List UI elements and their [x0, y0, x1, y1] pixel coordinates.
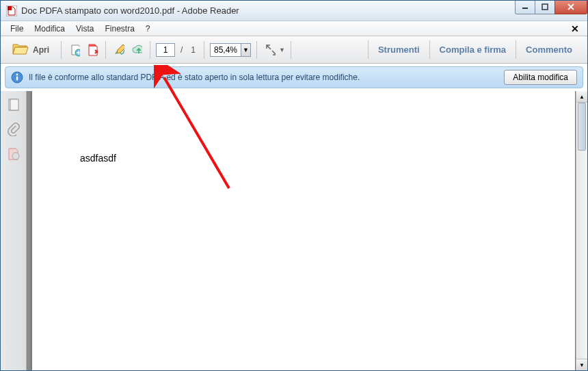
- sign-button[interactable]: [111, 42, 126, 57]
- save-to-cloud-button[interactable]: [67, 42, 82, 57]
- menu-finestra[interactable]: Finestra: [100, 23, 140, 35]
- attachments-icon[interactable]: [7, 123, 21, 136]
- menu-modifica[interactable]: Modifica: [29, 23, 70, 35]
- navigation-panel: [1, 91, 27, 370]
- page-total: 1: [191, 45, 196, 55]
- menu-file[interactable]: File: [5, 23, 29, 35]
- zoom-dropdown[interactable]: ▼: [241, 44, 250, 56]
- svg-point-10: [12, 153, 19, 159]
- open-button[interactable]: Apri: [6, 39, 55, 60]
- toolbar: Apri / 1 ▼ ▼ Strumenti Compila e firma C…: [1, 36, 587, 64]
- app-window: Doc PDFA stampato con word2010.pdf - Ado…: [0, 0, 588, 371]
- zoom-input[interactable]: [211, 45, 241, 55]
- zoom-control[interactable]: ▼: [210, 43, 251, 57]
- menu-vista[interactable]: Vista: [70, 23, 99, 35]
- svg-rect-1: [8, 6, 12, 10]
- vertical-scrollbar[interactable]: ▲ ▼: [576, 91, 587, 370]
- window-controls: [516, 1, 587, 14]
- convert-pdf-button[interactable]: [85, 42, 100, 57]
- info-message: Il file è conforme allo standard PDF/A e…: [29, 73, 504, 82]
- enable-editing-button[interactable]: Abilita modifica: [504, 70, 577, 85]
- document-page: asdfasdf: [32, 91, 575, 370]
- toolbar-right: Strumenti Compila e firma Commento: [368, 40, 582, 59]
- window-title: Doc PDFA stampato con word2010.pdf - Ado…: [21, 5, 516, 16]
- folder-open-icon: [12, 42, 29, 57]
- scroll-up-button[interactable]: ▲: [576, 91, 587, 103]
- document-body-text: asdfasdf: [80, 153, 527, 164]
- menu-help[interactable]: ?: [140, 23, 156, 35]
- svg-rect-9: [10, 99, 18, 110]
- close-button[interactable]: [554, 1, 587, 14]
- scroll-thumb[interactable]: [578, 103, 586, 151]
- svg-point-6: [16, 74, 18, 76]
- maximize-button[interactable]: [535, 1, 555, 14]
- adobe-reader-icon: [6, 5, 17, 16]
- title-bar: Doc PDFA stampato con word2010.pdf - Ado…: [1, 1, 587, 21]
- fit-page-button[interactable]: [263, 42, 278, 57]
- content-area: asdfasdf ▲ ▼: [1, 91, 587, 370]
- page-thumbnails-icon[interactable]: [7, 98, 21, 112]
- open-label: Apri: [33, 45, 49, 55]
- document-viewport[interactable]: asdfasdf ▲ ▼: [27, 91, 587, 370]
- minimize-button[interactable]: [515, 1, 535, 14]
- tools-link[interactable]: Strumenti: [368, 40, 429, 59]
- info-icon: [11, 71, 23, 84]
- page-number-input[interactable]: [156, 43, 175, 57]
- upload-cloud-button[interactable]: [129, 42, 144, 57]
- svg-rect-3: [542, 4, 548, 10]
- pdfa-info-bar: Il file è conforme allo standard PDF/A e…: [5, 66, 583, 88]
- chevron-down-icon[interactable]: ▼: [279, 47, 285, 53]
- comment-link[interactable]: Commento: [516, 40, 582, 59]
- menu-bar: File Modifica Vista Finestra ? ✕: [1, 21, 587, 36]
- scroll-down-button[interactable]: ▼: [576, 359, 587, 370]
- page-separator: /: [181, 45, 183, 55]
- signatures-icon[interactable]: [7, 147, 21, 161]
- document-close-button[interactable]: ✕: [567, 23, 583, 34]
- svg-rect-7: [16, 77, 18, 81]
- fill-sign-link[interactable]: Compila e firma: [429, 40, 516, 59]
